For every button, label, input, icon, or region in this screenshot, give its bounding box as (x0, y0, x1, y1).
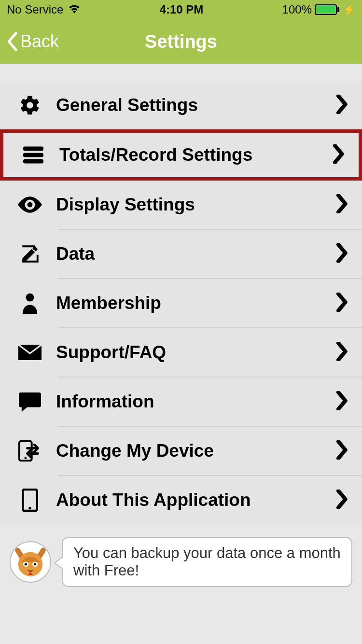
status-right: 100% ⚡ (282, 3, 355, 16)
menu-item-membership[interactable]: Membership (0, 279, 362, 327)
chevron-right-icon (335, 391, 349, 412)
chevron-right-icon (335, 194, 349, 215)
svg-rect-2 (23, 159, 43, 164)
cat-icon (13, 545, 48, 579)
tip-text: You can backup your data once a month wi… (73, 545, 341, 579)
svg-point-7 (24, 457, 27, 459)
wifi-icon (68, 3, 81, 16)
eye-icon (14, 196, 46, 213)
menu-item-label: General Settings (56, 95, 335, 115)
mail-icon (14, 344, 46, 361)
menu-item-information[interactable]: Information (0, 378, 362, 426)
settings-menu: General Settings Totals/Record Settings … (0, 81, 362, 524)
menu-item-about-this-application[interactable]: About This Application (0, 476, 362, 524)
status-bar: No Service 4:10 PM 100% ⚡ (0, 0, 362, 19)
chevron-right-icon (335, 342, 349, 363)
chevron-left-icon (6, 32, 18, 51)
menu-item-label: Display Settings (56, 195, 335, 215)
tip-bubble: You can backup your data once a month wi… (62, 537, 352, 587)
chevron-right-icon (335, 293, 349, 314)
chevron-right-icon (335, 95, 349, 116)
svg-point-14 (34, 563, 36, 565)
chevron-right-icon (335, 243, 349, 265)
menu-item-label: Data (56, 244, 335, 264)
svg-point-4 (26, 294, 34, 302)
nav-bar: Back Settings (0, 19, 362, 64)
device-icon (14, 489, 46, 512)
chevron-right-icon (335, 490, 349, 511)
tip-area: You can backup your data once a month wi… (0, 524, 362, 600)
svg-rect-1 (23, 153, 43, 157)
spacer (0, 64, 362, 81)
charging-icon: ⚡ (343, 4, 355, 15)
highlight-frame: Totals/Record Settings (0, 129, 362, 181)
menu-item-general-settings[interactable]: General Settings (0, 81, 362, 129)
menu-item-change-my-device[interactable]: Change My Device (0, 427, 362, 475)
menu-item-label: About This Application (56, 490, 335, 510)
menu-item-label: Totals/Record Settings (59, 145, 332, 165)
clock-text: 4:10 PM (160, 3, 204, 16)
person-icon (14, 293, 46, 314)
chevron-right-icon (332, 144, 346, 166)
transfer-icon (14, 440, 46, 462)
battery-pct-text: 100% (282, 3, 312, 16)
menu-item-label: Membership (56, 293, 335, 313)
list-icon (17, 146, 50, 164)
svg-point-3 (28, 202, 33, 208)
chevron-right-icon (335, 440, 349, 462)
svg-point-9 (28, 507, 31, 510)
menu-item-label: Support/FAQ (56, 342, 335, 363)
edit-icon (14, 244, 46, 264)
gear-icon (14, 94, 46, 116)
chat-icon (14, 392, 46, 412)
carrier-text: No Service (7, 3, 63, 16)
menu-item-data[interactable]: Data (0, 230, 362, 278)
mascot-avatar (10, 541, 51, 583)
menu-item-label: Change My Device (56, 441, 335, 461)
svg-rect-0 (23, 147, 43, 151)
menu-item-totals-record-settings[interactable]: Totals/Record Settings (3, 133, 359, 177)
back-button[interactable]: Back (0, 31, 59, 52)
menu-item-display-settings[interactable]: Display Settings (0, 181, 362, 229)
battery-icon (315, 4, 339, 15)
svg-point-13 (25, 563, 27, 565)
back-label: Back (20, 31, 59, 52)
menu-item-support-faq[interactable]: Support/FAQ (0, 328, 362, 377)
menu-item-label: Information (56, 392, 335, 412)
status-left: No Service (7, 3, 81, 16)
